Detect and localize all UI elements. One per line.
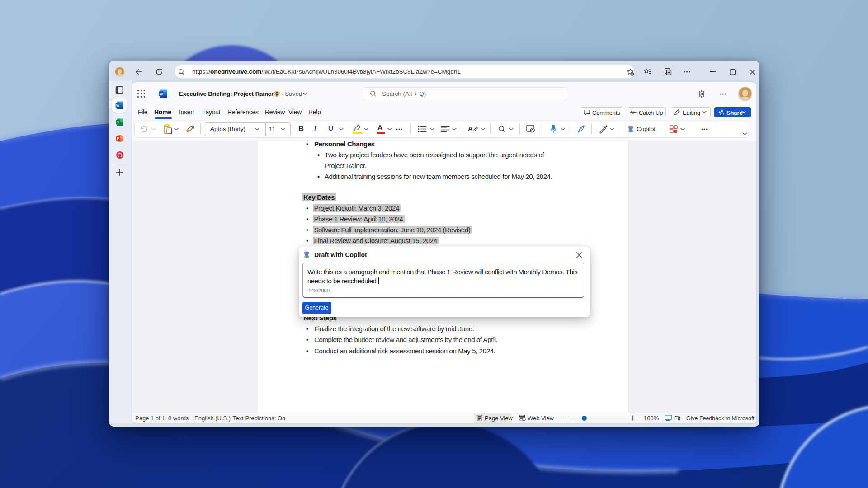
svg-text:X: X: [117, 121, 119, 124]
svg-text:A: A: [468, 125, 473, 132]
svg-text:W: W: [116, 103, 119, 108]
svg-text:W: W: [160, 92, 163, 96]
svg-text:P: P: [117, 137, 119, 140]
